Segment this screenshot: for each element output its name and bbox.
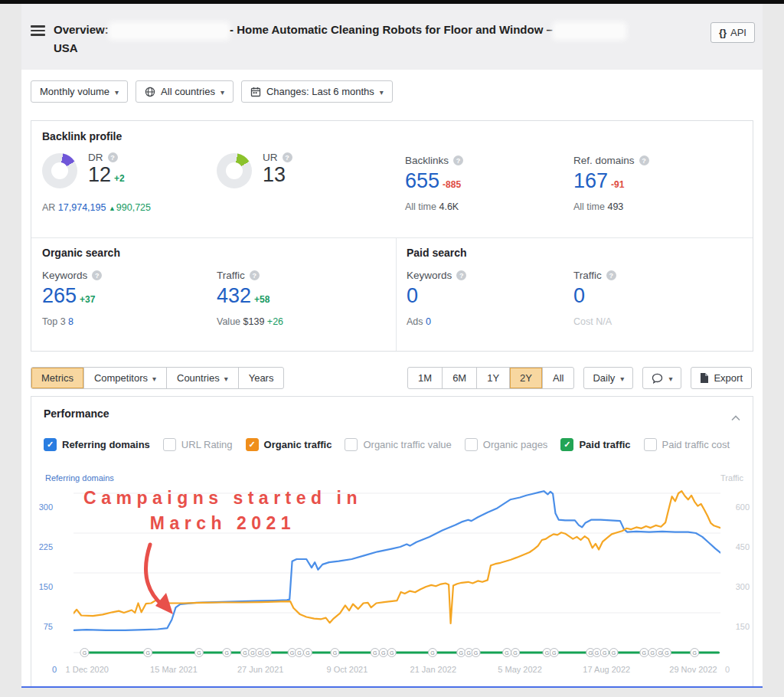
metric-checkbox-label: Organic pages bbox=[483, 439, 548, 450]
granularity-dropdown[interactable]: Daily bbox=[583, 367, 633, 389]
metric-checkbox-paid-traffic-cost[interactable]: Paid traffic cost bbox=[644, 438, 730, 451]
chart-toolbar: MetricsCompetitorsCountriesYears 1M6M1Y2… bbox=[31, 367, 752, 390]
tab-years[interactable]: Years bbox=[238, 368, 284, 388]
collapse-chevron-icon[interactable] bbox=[731, 411, 740, 424]
changes-dropdown[interactable]: Changes: Last 6 months bbox=[241, 80, 393, 103]
page-title: Overview: - Home Automatic Cleaning Robo… bbox=[54, 21, 704, 57]
ur-metric: UR? 13 bbox=[263, 152, 292, 186]
svg-text:G: G bbox=[430, 650, 434, 656]
metric-toggles: ✓Referring domainsURL Rating✓Organic tra… bbox=[44, 438, 730, 451]
svg-text:G: G bbox=[588, 650, 592, 656]
help-icon[interactable]: ? bbox=[283, 152, 292, 162]
metric-checkbox-referring-domains[interactable]: ✓Referring domains bbox=[44, 438, 150, 451]
checkbox-icon[interactable]: ✓ bbox=[44, 438, 57, 451]
help-icon[interactable]: ? bbox=[606, 270, 616, 280]
range-1y[interactable]: 1Y bbox=[476, 368, 509, 388]
paid-traffic-value[interactable]: 0 bbox=[573, 284, 585, 307]
paid-keywords-metric: Keywords? 0 Ads 0 bbox=[407, 270, 466, 327]
speech-bubble-icon bbox=[652, 373, 663, 384]
help-icon[interactable]: ? bbox=[456, 270, 466, 280]
organic-keywords-metric: Keywords? 265+37 Top 3 8 bbox=[42, 270, 102, 327]
ur-donut-chart bbox=[217, 153, 252, 188]
google-update-marker[interactable]: G bbox=[662, 649, 671, 657]
range-all[interactable]: All bbox=[542, 368, 573, 388]
svg-text:G: G bbox=[552, 650, 556, 656]
help-icon[interactable]: ? bbox=[108, 152, 118, 162]
google-update-marker[interactable]: G bbox=[550, 649, 558, 657]
range-6m[interactable]: 6M bbox=[442, 368, 476, 388]
main-content: Overview: - Home Automatic Cleaning Robo… bbox=[21, 4, 763, 688]
metric-checkbox-organic-traffic[interactable]: ✓Organic traffic bbox=[246, 438, 332, 451]
performance-chart[interactable]: GGGGGGGGGGGGGGGGGGGGGGGGGGGGGGGG bbox=[74, 483, 720, 662]
google-update-marker[interactable]: G bbox=[80, 649, 89, 657]
paid-search-title: Paid search bbox=[407, 247, 467, 259]
help-icon[interactable]: ? bbox=[453, 155, 463, 165]
google-update-marker[interactable]: G bbox=[648, 649, 657, 657]
ar-value[interactable]: 17,974,195 bbox=[58, 202, 106, 213]
organic-keywords-value[interactable]: 265 bbox=[42, 284, 77, 307]
google-update-marker[interactable]: G bbox=[240, 649, 249, 657]
volume-dropdown[interactable]: Monthly volume bbox=[31, 80, 128, 103]
checkbox-icon[interactable]: ✓ bbox=[246, 438, 259, 451]
google-update-marker[interactable]: G bbox=[593, 649, 601, 657]
tab-metrics[interactable]: Metrics bbox=[31, 368, 83, 388]
tab-label: Competitors bbox=[94, 372, 148, 384]
google-update-marker[interactable]: G bbox=[609, 649, 618, 657]
google-update-marker[interactable]: G bbox=[600, 649, 609, 657]
checkbox-icon[interactable] bbox=[345, 438, 358, 451]
up-triangle-icon bbox=[109, 202, 116, 213]
google-update-marker[interactable]: G bbox=[640, 649, 648, 657]
organic-traffic-value[interactable]: 432 bbox=[217, 284, 251, 307]
tab-label: Years bbox=[249, 372, 274, 384]
export-button[interactable]: Export bbox=[691, 367, 752, 389]
checkbox-icon[interactable] bbox=[163, 438, 176, 451]
title-country: USA bbox=[54, 41, 78, 54]
google-update-marker[interactable]: G bbox=[194, 649, 203, 657]
notes-dropdown[interactable] bbox=[642, 367, 681, 389]
google-update-marker[interactable]: G bbox=[331, 649, 339, 657]
google-update-marker[interactable]: G bbox=[263, 649, 271, 657]
volume-dropdown-label: Monthly volume bbox=[40, 86, 109, 97]
svg-text:G: G bbox=[290, 650, 294, 656]
svg-text:G: G bbox=[612, 650, 616, 656]
api-button[interactable]: {}API bbox=[710, 22, 755, 43]
hamburger-menu-icon[interactable] bbox=[31, 25, 45, 36]
metric-checkbox-url-rating[interactable]: URL Rating bbox=[163, 438, 233, 451]
backlinks-value[interactable]: 655 bbox=[405, 169, 439, 192]
metric-checkbox-paid-traffic[interactable]: ✓Paid traffic bbox=[560, 438, 630, 451]
metric-checkbox-organic-pages[interactable]: Organic pages bbox=[465, 438, 548, 451]
metric-checkbox-label: Paid traffic bbox=[579, 439, 630, 450]
backlinks-metric: Backlinks? 655-885 All time 4.6K bbox=[405, 155, 463, 212]
google-update-marker[interactable]: G bbox=[303, 649, 312, 657]
google-update-marker[interactable]: G bbox=[472, 649, 480, 657]
range-2y[interactable]: 2Y bbox=[509, 368, 542, 388]
range-1m[interactable]: 1M bbox=[408, 368, 442, 388]
google-update-marker[interactable]: G bbox=[429, 649, 437, 657]
svg-text:G: G bbox=[333, 650, 337, 656]
paid-keywords-value[interactable]: 0 bbox=[407, 284, 418, 307]
google-update-marker[interactable]: G bbox=[691, 649, 699, 657]
help-icon[interactable]: ? bbox=[639, 155, 649, 165]
google-update-marker[interactable]: G bbox=[223, 649, 231, 657]
metric-checkbox-organic-traffic-value[interactable]: Organic traffic value bbox=[345, 438, 451, 451]
google-update-marker[interactable]: G bbox=[387, 649, 396, 657]
google-update-marker[interactable]: G bbox=[503, 649, 511, 657]
checkbox-icon[interactable]: ✓ bbox=[560, 438, 573, 451]
google-update-marker[interactable]: G bbox=[457, 649, 466, 657]
chevron-down-icon bbox=[220, 86, 224, 97]
tab-countries[interactable]: Countries bbox=[166, 368, 238, 388]
google-update-marker[interactable]: G bbox=[379, 649, 387, 657]
top3-value[interactable]: 8 bbox=[68, 316, 74, 327]
google-update-marker[interactable]: G bbox=[144, 649, 152, 657]
ref-domains-value[interactable]: 167 bbox=[573, 169, 608, 192]
series-organic-traffic[interactable] bbox=[74, 491, 720, 623]
google-update-marker[interactable]: G bbox=[511, 649, 520, 657]
checkbox-icon[interactable] bbox=[465, 438, 478, 451]
help-icon[interactable]: ? bbox=[250, 270, 260, 280]
tab-competitors[interactable]: Competitors bbox=[83, 368, 166, 388]
countries-dropdown[interactable]: All countries bbox=[136, 80, 234, 103]
google-update-marker[interactable]: G bbox=[371, 649, 379, 657]
help-icon[interactable]: ? bbox=[92, 270, 102, 280]
checkbox-icon[interactable] bbox=[644, 438, 657, 451]
google-update-marker[interactable]: G bbox=[295, 649, 303, 657]
